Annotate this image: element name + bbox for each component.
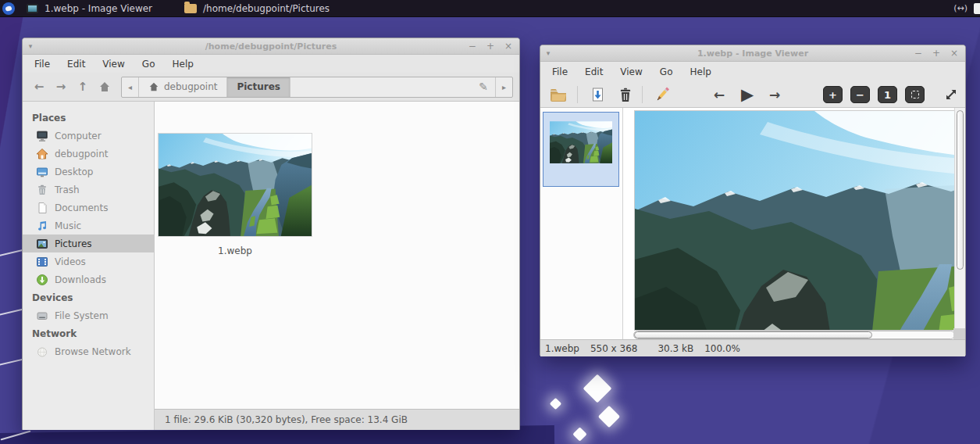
menu-edit[interactable]: Edit <box>576 63 611 81</box>
wallpaper-diamond <box>583 374 612 403</box>
horizontal-scrollbar[interactable] <box>633 331 955 339</box>
home-button[interactable] <box>94 77 115 97</box>
pictures-icon <box>36 238 48 250</box>
close-button[interactable]: × <box>504 38 512 55</box>
sidebar-item-browse-network[interactable]: Browse Network <box>23 342 154 360</box>
sidebar-item-computer[interactable]: Computer <box>23 127 154 145</box>
sidebar-item-music[interactable]: Music <box>23 217 154 235</box>
vertical-scrollbar-thumb[interactable] <box>957 110 964 270</box>
path-button-current[interactable]: Pictures <box>227 77 290 97</box>
window-menu-icon[interactable]: ▾ <box>23 42 38 50</box>
toolbar-separator <box>642 86 643 103</box>
desktop-icon <box>36 166 48 178</box>
fullscreen-button[interactable] <box>940 84 962 106</box>
edit-button[interactable] <box>648 84 676 106</box>
back-button[interactable]: ← <box>29 77 49 97</box>
save-button[interactable] <box>584 84 611 106</box>
menu-help[interactable]: Help <box>681 63 719 81</box>
path-edit-button[interactable]: ✎ <box>472 77 495 97</box>
open-button[interactable] <box>545 84 572 106</box>
wallpaper-diamond <box>598 406 620 428</box>
zoom-100-button[interactable]: 1 <box>878 84 897 106</box>
status-dimensions: 550 x 368 <box>590 343 638 354</box>
file-tile-1webp[interactable]: 1.webp <box>159 134 312 256</box>
slideshow-play-button[interactable]: ▶ <box>734 84 761 106</box>
network-indicator-icon[interactable]: (↔) <box>953 3 968 13</box>
minimize-button[interactable]: − <box>914 45 922 62</box>
sidebar-item-label: Pictures <box>55 238 92 249</box>
menu-go[interactable]: Go <box>651 63 682 81</box>
file-thumbnail <box>159 134 312 236</box>
panel-clipped-icon <box>974 3 980 14</box>
zoom-fit-button[interactable] <box>905 84 925 106</box>
menu-file[interactable]: File <box>26 56 59 73</box>
network-icon <box>36 346 48 358</box>
menu-file[interactable]: File <box>543 63 576 81</box>
file-manager-titlebar[interactable]: ▾ /home/debugpoint/Pictures − + × <box>23 38 519 55</box>
delete-button[interactable] <box>614 84 637 106</box>
zoom-out-button[interactable]: − <box>850 84 870 106</box>
main-image[interactable] <box>635 111 955 330</box>
path-scroll-right-button[interactable]: ▸ <box>495 77 512 97</box>
menu-go[interactable]: Go <box>134 56 164 73</box>
wallpaper-diamond <box>572 427 586 441</box>
sidebar-header-network: Network <box>23 324 154 342</box>
zoom-in-button[interactable]: + <box>823 84 843 106</box>
save-icon <box>590 88 605 102</box>
image-viewer-toolbar: ← ▶ → + − 1 <box>540 81 965 108</box>
file-name-label: 1.webp <box>159 245 312 256</box>
menu-help[interactable]: Help <box>163 56 201 73</box>
home-icon <box>36 148 48 160</box>
sidebar-item-documents[interactable]: Documents <box>23 199 154 217</box>
sidebar-item-debugpoint[interactable]: debugpoint <box>23 145 154 163</box>
taskbar-item-image-viewer[interactable]: 1.webp - Image Viewer <box>20 0 159 17</box>
path-home-label: debugpoint <box>164 81 217 92</box>
menu-view[interactable]: View <box>611 63 650 81</box>
previous-image-button[interactable]: ← <box>708 84 730 106</box>
sidebar-item-pictures[interactable]: Pictures <box>23 235 154 252</box>
vertical-scrollbar[interactable] <box>954 108 965 328</box>
thumbnail-selected[interactable] <box>543 112 619 187</box>
sidebar-item-downloads[interactable]: Downloads <box>23 270 154 288</box>
horizontal-scrollbar-thumb[interactable] <box>634 331 872 338</box>
sidebar-item-label: Downloads <box>55 274 106 285</box>
image-viewer-statusbar: 1.webp 550 x 368 30.3 kB 100.0% <box>540 339 965 356</box>
taskbar-item-file-manager[interactable]: /home/debugpoint/Pictures <box>178 0 336 17</box>
applications-menu-button[interactable] <box>0 0 17 17</box>
path-scroll-left-button[interactable]: ◂ <box>122 77 139 97</box>
sidebar-item-label: File System <box>55 310 109 321</box>
sidebar-item-desktop[interactable]: Desktop <box>23 163 154 181</box>
window-menu-icon[interactable]: ▾ <box>540 49 556 57</box>
minimize-button[interactable]: − <box>469 38 476 55</box>
sidebar-header-places: Places <box>23 109 154 127</box>
scrollbar-corner <box>953 328 965 339</box>
image-viewer-titlebar[interactable]: ▾ 1.webp - Image Viewer − + × <box>540 45 965 62</box>
sidebar-item-label: Videos <box>55 256 86 267</box>
wallpaper-diamond <box>550 398 562 410</box>
menu-view[interactable]: View <box>94 56 133 73</box>
path-bar: ◂ debugpoint Pictures ✎ ▸ <box>121 77 513 98</box>
toolbar-separator <box>577 86 578 103</box>
trash-icon <box>619 88 632 102</box>
zoom-fit-icon <box>911 91 919 98</box>
menu-edit[interactable]: Edit <box>59 56 94 73</box>
close-button[interactable]: × <box>950 45 958 62</box>
file-list-view[interactable]: 1.webp <box>155 102 519 409</box>
sidebar-item-videos[interactable]: Videos <box>23 252 154 270</box>
sidebar-item-label: Computer <box>55 131 102 141</box>
forward-button[interactable]: → <box>51 77 71 97</box>
home-icon <box>98 81 111 93</box>
zoom-out-icon: − <box>856 89 864 101</box>
path-button-home[interactable]: debugpoint <box>139 77 227 97</box>
next-image-button[interactable]: → <box>764 84 786 106</box>
whisker-menu-icon <box>2 2 15 15</box>
path-spacer <box>290 77 472 97</box>
maximize-button[interactable]: + <box>932 45 940 62</box>
image-viewer-content <box>540 108 965 339</box>
image-viewer-window: ▾ 1.webp - Image Viewer − + × File Edit … <box>540 45 966 356</box>
up-button[interactable]: ↑ <box>73 77 93 97</box>
sidebar-item-file-system[interactable]: File System <box>23 306 154 324</box>
sidebar-item-trash[interactable]: Trash <box>23 181 154 199</box>
pencil-icon <box>653 85 672 104</box>
maximize-button[interactable]: + <box>486 38 494 55</box>
